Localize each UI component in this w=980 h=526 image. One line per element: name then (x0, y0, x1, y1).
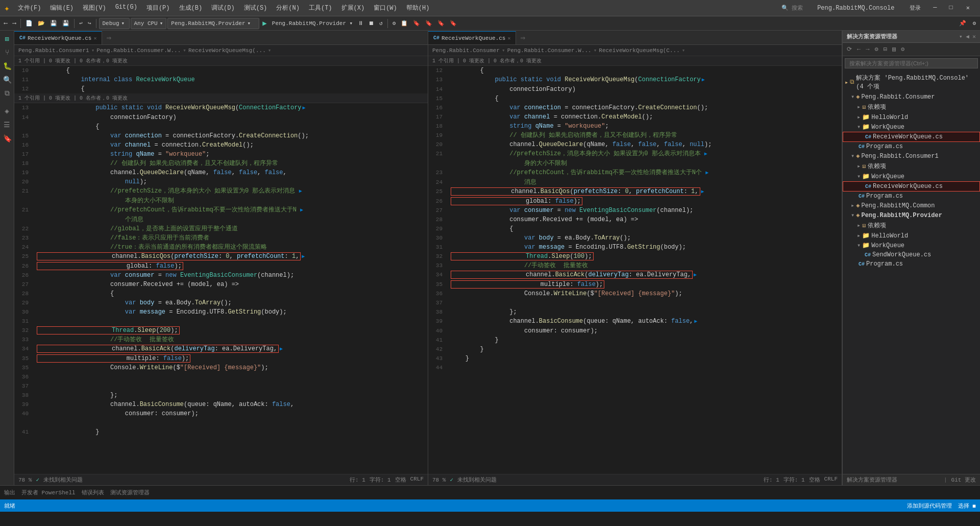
menu-view[interactable]: 视图(V) (79, 3, 110, 13)
se-deps-3[interactable]: ▸ ⧆ 依赖项 (843, 220, 980, 231)
menu-tools[interactable]: 工具(T) (305, 3, 336, 13)
class-view-icon[interactable]: ◈ (1, 105, 13, 117)
se-filter-btn[interactable]: ⚙ (872, 44, 880, 54)
se-project-common[interactable]: ▸ ◈ Peng.RabbitMQ.Common (843, 201, 980, 210)
toolbar-extra-1[interactable]: ⚙ (390, 19, 398, 28)
se-settings-btn[interactable]: ⚙ (899, 44, 906, 54)
right-active-tab[interactable]: C# ReceiveWorkQueue.cs ✕ (428, 31, 516, 44)
redo-button[interactable]: ↪ (86, 19, 93, 28)
restart-button[interactable]: ↺ (377, 19, 385, 28)
se-receive-2[interactable]: C# ReceiveWorkQueue.cs (843, 181, 980, 192)
se-workqueue-3[interactable]: ▾ 📁 WorkQueue (843, 241, 980, 250)
se-deps-1[interactable]: ▸ ⧆ 依赖项 (843, 102, 980, 112)
se-helloworld-1[interactable]: ▸ 📁 HelloWorld (843, 112, 980, 122)
open-button[interactable]: 📂 (36, 19, 47, 28)
se-helloworld-2[interactable]: ▸ 📁 HelloWorld (843, 231, 980, 241)
code-line: 15 var connection = connectionFactory.Cr… (14, 131, 428, 140)
se-program-2[interactable]: C# Program.cs (843, 192, 980, 201)
settings-button[interactable]: ⚙ (970, 19, 978, 28)
se-receive-1[interactable]: C# ReceiveWorkQueue.cs (843, 132, 980, 142)
bc-r-namespace[interactable]: Peng.Rabbit.Consumer.W... (507, 47, 592, 54)
pause-button[interactable]: ⏸ (356, 19, 365, 28)
se-project-consumer[interactable]: ▾ ◈ Peng.Rabbit.Consumer (843, 92, 980, 102)
add-to-source[interactable]: 添加到源代码管理 (907, 502, 952, 510)
se-back-btn[interactable]: ← (855, 45, 863, 54)
menu-edit[interactable]: 编辑(E) (46, 3, 78, 13)
se-project-consumer1[interactable]: ▾ ◈ Peng.Rabbit.Consumer1 (843, 151, 980, 161)
errors-tab[interactable]: 错误列表 (82, 489, 104, 496)
toolbar-extra-5[interactable]: 🔖 (435, 19, 447, 28)
close-button[interactable]: ✕ (960, 3, 976, 13)
bc-project[interactable]: Peng.Rabbit.Consumer1 (18, 47, 89, 54)
login-button[interactable]: 登录 (904, 3, 926, 13)
toolbar-extra-4[interactable]: 🔖 (423, 19, 434, 28)
se-search-input[interactable] (845, 58, 978, 68)
se-workqueue-2[interactable]: ▾ 📁 WorkQueue (843, 172, 980, 181)
cpu-dropdown[interactable]: Any CPU ▾ (131, 18, 167, 29)
se-send-1[interactable]: C# SendWorkQueue.cs (843, 250, 980, 259)
back-button[interactable]: ⟵ (2, 19, 10, 28)
toolbar-extra-2[interactable]: 📋 (399, 19, 410, 28)
new-project-button[interactable]: 📄 (23, 19, 35, 28)
menu-test[interactable]: 测试(S) (240, 3, 272, 13)
debug-icon[interactable]: 🐛 (1, 60, 13, 73)
se-forward-btn[interactable]: → (864, 45, 871, 54)
right-code-editor[interactable]: 1 个引用 | 0 项更改 | 0 名作者，0 项更改 12 { 13 publ… (428, 56, 842, 474)
se-program-3[interactable]: C# Program.cs (843, 259, 980, 269)
se-git-tab[interactable]: Git 更改 (951, 476, 976, 484)
minimize-button[interactable]: — (928, 3, 942, 13)
se-solution-root[interactable]: ▸ ⧉ 解决方案 'Peng.RabbitMQ.Console' (4 个项 (843, 73, 980, 92)
properties-icon[interactable]: ☰ (1, 118, 13, 131)
menu-file[interactable]: 文件(F) (14, 3, 45, 13)
save-button[interactable]: 💾 (48, 19, 59, 28)
test-tab[interactable]: 测试资源管理器 (110, 489, 150, 496)
bc-r-project[interactable]: Peng.Rabbit.Consumer (432, 47, 500, 54)
se-solution-explorer-tab[interactable]: 解决方案资源管理器 (847, 476, 897, 484)
menu-window[interactable]: 窗口(W) (370, 3, 401, 13)
debug-config-dropdown[interactable]: Debug ▾ (99, 18, 130, 29)
left-active-tab[interactable]: C# ReceiveWorkQueue.cs ✕ (14, 31, 102, 44)
code-line: 21 //prefetchSize，消息本身的大小 如果设置为0 那么表示对消息… (14, 186, 428, 196)
search-sidebar-icon[interactable]: 🔍 (1, 74, 13, 86)
right-split-button[interactable]: ⇒ (516, 32, 529, 44)
left-code-editor[interactable]: 1 个引用 | 0 项更改 | 0 名作者，0 项更改 10 { 11 inte… (14, 56, 428, 474)
save-all-button[interactable]: 💾 (60, 19, 71, 28)
se-collapse-btn[interactable]: ⊟ (881, 44, 889, 54)
menu-extensions[interactable]: 扩展(X) (337, 3, 369, 13)
extensions-icon[interactable]: ⧉ (1, 87, 13, 100)
forward-button[interactable]: ⟶ (11, 19, 18, 28)
stop-button[interactable]: ⏹ (366, 19, 376, 28)
menu-analyze[interactable]: 分析(N) (272, 3, 304, 13)
maximize-button[interactable]: □ (944, 3, 958, 13)
menu-git[interactable]: Git(G) (111, 3, 141, 13)
git-icon[interactable]: ⑂ (1, 46, 13, 59)
se-workqueue-1[interactable]: ▾ 📁 WorkQueue (843, 122, 980, 132)
bc-method[interactable]: ReceiveWorkQueueMsg(... (188, 47, 266, 54)
explorer-icon[interactable]: ⊞ (1, 33, 13, 45)
toolbar-extra-3[interactable]: 🔖 (411, 19, 422, 28)
left-tab-close[interactable]: ✕ (93, 35, 96, 41)
toolbar-extra-6[interactable]: 🔖 (448, 19, 459, 28)
powershell-tab[interactable]: 开发者 PowerShell (21, 489, 76, 496)
bc-namespace[interactable]: Peng.Rabbit.Consumer.W... (96, 47, 181, 54)
bc-r-method[interactable]: ReceiveWorkQueueMsg(C... (599, 47, 679, 54)
menu-help[interactable]: 帮助(H) (402, 3, 434, 13)
se-project-provider[interactable]: ▾ ◈ Peng.RabbitMQ.Provider (843, 210, 980, 220)
pin-button[interactable]: 📌 (957, 19, 968, 28)
project-dropdown[interactable]: Peng.RabbitMQ.Provider ▾ (167, 18, 259, 29)
right-tab-close[interactable]: ✕ (507, 35, 510, 41)
select-indicator[interactable]: 选择 ◼ (958, 502, 976, 510)
se-deps-2[interactable]: ▸ ⧆ 依赖项 (843, 161, 980, 172)
menu-debug[interactable]: 调试(D) (207, 3, 239, 13)
output-tab[interactable]: 输出 (4, 489, 15, 496)
start-button[interactable]: ▶ (260, 18, 268, 29)
right-status-text: 未找到相关问题 (457, 476, 497, 484)
se-sync-btn[interactable]: ⟳ (845, 44, 854, 54)
se-program-1[interactable]: C# Program.cs (843, 142, 980, 151)
bookmark-icon[interactable]: 🔖 (1, 132, 13, 145)
menu-project[interactable]: 项目(P) (142, 3, 174, 13)
undo-button[interactable]: ↩ (77, 19, 85, 28)
menu-build[interactable]: 生成(B) (175, 3, 207, 13)
se-view-btn[interactable]: ▤ (890, 44, 898, 54)
left-split-button[interactable]: ⇒ (102, 32, 115, 44)
